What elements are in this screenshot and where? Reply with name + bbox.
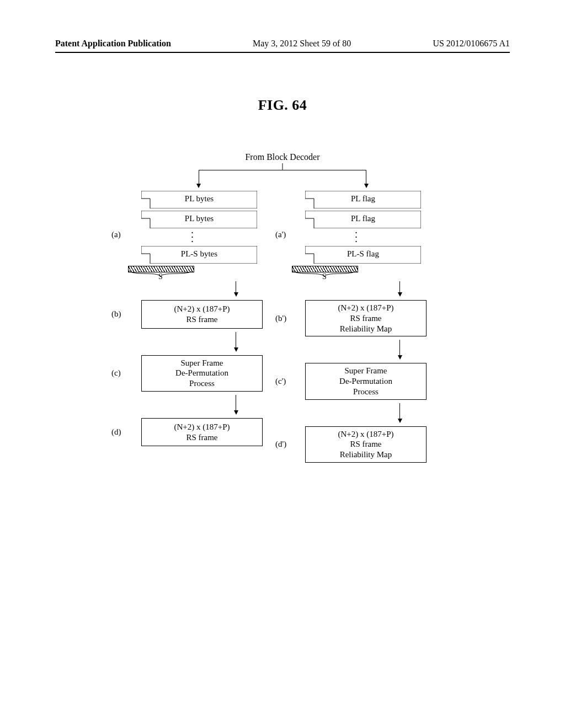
step-label-b-prime: (b') [275, 314, 292, 323]
patent-page: Patent Application Publication May 3, 20… [0, 0, 565, 496]
header-rule [55, 52, 510, 53]
header-center: May 3, 2012 Sheet 59 of 80 [253, 39, 351, 49]
notched-box: PL-S flag [305, 246, 421, 264]
c-line1: Super Frame [144, 358, 260, 368]
top-label: From Block Decoder [128, 152, 437, 162]
pl-s-bytes: PL-S bytes [141, 249, 257, 259]
header-left: Patent Application Publication [55, 39, 171, 49]
c-line3: Process [308, 387, 424, 397]
header-right: US 2012/0106675 A1 [433, 39, 510, 49]
step-label-a: (a) [111, 230, 128, 239]
arrow-down-icon [363, 281, 437, 297]
fork-split [128, 163, 437, 191]
arrow-down-icon [364, 184, 369, 188]
left-column: (a) PL bytes PL bytes ··· [128, 191, 273, 463]
arrow-down-icon [363, 403, 437, 423]
right-column: (a') PL flag PL flag ··· [292, 191, 437, 463]
notched-box: PL flag [305, 211, 421, 228]
arrow-down-icon [199, 332, 273, 352]
d-line2: RS frame [308, 439, 424, 449]
arrow-down-icon [199, 395, 273, 415]
c-line2: De-Permutation [144, 368, 260, 378]
b-line1: (N+2) x (187+P) [144, 304, 260, 314]
rs-frame-box: (N+2) x (187+P) RS frame [141, 418, 263, 447]
pl-bytes-1: PL bytes [141, 194, 257, 204]
step-label-b: (b) [111, 309, 128, 319]
vertical-ellipsis-icon: ··· [292, 231, 421, 244]
step-label-a-prime: (a') [275, 230, 292, 239]
d-line2: RS frame [144, 432, 260, 443]
arrow-down-icon [196, 184, 201, 188]
hatched-bar: S [128, 266, 257, 278]
d-line1: (N+2) x (187+P) [308, 429, 424, 440]
rs-frame-box: (N+2) x (187+P) RS frame [141, 300, 263, 329]
hatched-bar: S [292, 266, 421, 278]
s-label: S [322, 272, 327, 281]
s-label: S [158, 272, 163, 281]
c-line3: Process [144, 378, 260, 389]
d-line1: (N+2) x (187+P) [144, 422, 260, 432]
process-box: Super Frame De-Permutation Process [141, 355, 263, 392]
pl-s-flag: PL-S flag [305, 249, 421, 259]
c-line2: De-Permutation [308, 376, 424, 387]
notched-box: PL bytes [141, 211, 257, 228]
notched-box: PL bytes [141, 191, 257, 208]
notched-box: PL-S bytes [141, 246, 257, 264]
pl-flag-2: PL flag [305, 214, 421, 223]
arrow-down-icon [363, 340, 437, 360]
figure-title: FIG. 64 [55, 97, 510, 114]
page-header: Patent Application Publication May 3, 20… [55, 39, 510, 49]
b-line2: RS frame [144, 314, 260, 325]
pl-bytes-2: PL bytes [141, 214, 257, 223]
vertical-ellipsis-icon: ··· [128, 231, 257, 244]
b-line1: (N+2) x (187+P) [308, 303, 424, 313]
step-label-c-prime: (c') [275, 377, 292, 386]
diagram: From Block Decoder (a) PL bytes [128, 152, 437, 463]
step-label-d-prime: (d') [275, 440, 292, 449]
process-box: Super Frame De-Permutation Process [305, 363, 427, 399]
notched-box: PL flag [305, 191, 421, 208]
c-line1: Super Frame [308, 366, 424, 376]
rs-frame-reliability-box: (N+2) x (187+P) RS frame Reliability Map [305, 300, 427, 336]
pl-flag-1: PL flag [305, 194, 421, 204]
step-label-d: (d) [111, 427, 128, 437]
b-line2: RS frame [308, 313, 424, 324]
rs-frame-reliability-box: (N+2) x (187+P) RS frame Reliability Map [305, 426, 427, 463]
b-line3: Reliability Map [308, 324, 424, 334]
step-label-c: (c) [111, 368, 128, 378]
arrow-down-icon [199, 281, 273, 297]
d-line3: Reliability Map [308, 449, 424, 460]
